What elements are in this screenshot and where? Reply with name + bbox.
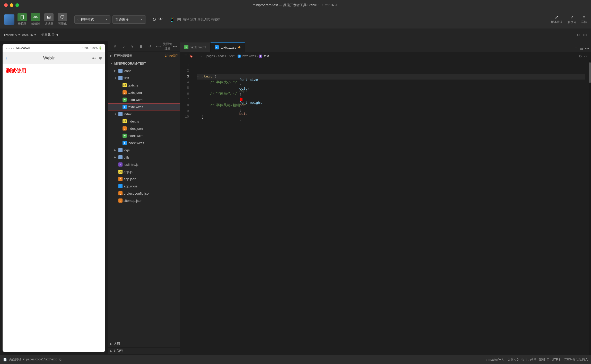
open-editors-header[interactable]: ▶ 打开的编辑器 1个未保存 bbox=[108, 51, 180, 60]
breadcrumb-pages[interactable]: pages bbox=[206, 54, 215, 58]
error-status[interactable]: ⊘ 0 △ 0 bbox=[508, 358, 518, 361]
copy-icon-btn[interactable]: ⎘ bbox=[111, 43, 118, 50]
phone-circle-button[interactable]: ⊕ bbox=[99, 56, 102, 60]
version-mgmt-button[interactable]: ⑇ 版本管理 bbox=[551, 15, 562, 24]
file-index-js[interactable]: ▶ JS index.js bbox=[108, 118, 180, 125]
debugger-button[interactable] bbox=[44, 13, 54, 21]
diff-btn[interactable]: ⟺ bbox=[155, 43, 162, 50]
maximize-button[interactable] bbox=[15, 3, 19, 7]
indent-status[interactable]: 空格: 2 bbox=[539, 357, 549, 362]
git-file-btn[interactable]: ⑂ bbox=[129, 43, 136, 50]
outline-section[interactable]: ▶ 大纲 bbox=[108, 340, 180, 348]
signal-dots: ●●●●● bbox=[6, 47, 14, 49]
file-textc-json[interactable]: ▶ {} textc.json bbox=[108, 89, 180, 96]
breadcrumb-bar: ☰ 🔖 ← → pages › code1 › text › S textc.w… bbox=[180, 52, 591, 60]
search-file-btn[interactable]: ⌕ bbox=[120, 43, 127, 50]
tab-wxss[interactable]: S textc.wxss bbox=[211, 42, 245, 52]
cursor-position[interactable]: 行 3，列 8 bbox=[522, 357, 536, 362]
file-app-wxss[interactable]: ▶ S app.wxss bbox=[108, 183, 180, 190]
folder-iconc[interactable]: ▶ iconc bbox=[108, 67, 180, 74]
phone-more-dots[interactable]: ••• bbox=[91, 56, 96, 60]
encoding-status[interactable]: UTF-8 bbox=[552, 358, 561, 361]
index-wxss-label: index.wxss bbox=[128, 141, 144, 145]
visualize-label: 可视化 bbox=[58, 22, 67, 26]
wxml-icon: W bbox=[123, 98, 127, 102]
compile-mode-dropdown[interactable]: 普通编译 ▼ bbox=[112, 15, 146, 24]
file-textc-wxml[interactable]: ▶ W textc.wxml bbox=[108, 96, 180, 103]
line-num-2: 2 bbox=[180, 68, 193, 74]
sync-btn[interactable]: ⇄ bbox=[146, 43, 153, 50]
file-textc-js[interactable]: ▶ JS textc.js bbox=[108, 82, 180, 89]
code-content[interactable]: ▾ .text { /* 字体大小 */ font-size bbox=[193, 60, 589, 122]
folder-text[interactable]: ▼ text bbox=[108, 74, 180, 82]
tab-wxml[interactable]: W textc.wxml bbox=[180, 42, 211, 52]
text-folder-icon bbox=[118, 76, 123, 80]
code-editor[interactable]: 1 2 3 4 5 6 7 8 9 10 ▾ bbox=[180, 60, 591, 355]
line-num-4: 4 bbox=[180, 80, 193, 85]
sep2: › bbox=[227, 54, 228, 58]
page-path[interactable]: 页面路径 ▼ pages/code1/text/textc bbox=[9, 357, 57, 362]
hot-reload-toggle[interactable]: 热重载 关 ▼ bbox=[41, 33, 59, 37]
file-index-wxml[interactable]: ▶ W index.wxml bbox=[108, 132, 180, 139]
eye-icon: 👁 bbox=[158, 17, 163, 22]
breadcrumb-text[interactable]: text bbox=[229, 54, 234, 58]
index-arrow: ▼ bbox=[114, 113, 117, 115]
mode-dropdown[interactable]: 小程序模式 ▼ bbox=[74, 15, 110, 24]
preview-button[interactable]: 👁 bbox=[158, 17, 163, 22]
collapse-editor-button[interactable]: ▭ bbox=[580, 47, 583, 51]
visualize-button[interactable] bbox=[58, 13, 67, 21]
close-button[interactable] bbox=[4, 3, 8, 7]
git-status[interactable]: ⑂ master*+ ↻ bbox=[486, 358, 505, 361]
phone-back-button[interactable]: ‹ bbox=[6, 55, 7, 61]
breadcrumb-code1[interactable]: code1 bbox=[218, 54, 227, 58]
breadcrumb-back[interactable]: ← bbox=[195, 54, 198, 58]
breadcrumb-filename[interactable]: textc.wxss bbox=[242, 54, 256, 58]
breadcrumb-split-icon[interactable]: ▱ bbox=[584, 54, 587, 58]
file-eslintrc[interactable]: ▶ E .eslintrc.js bbox=[108, 161, 180, 168]
refresh-sec-button[interactable]: ↻ bbox=[577, 33, 580, 37]
real-debug-button[interactable]: 📱 bbox=[169, 17, 175, 22]
open-editors-section: ▶ 打开的编辑器 1个未保存 bbox=[108, 51, 180, 60]
editor-scrollbar[interactable] bbox=[589, 60, 591, 355]
utils-label: utils bbox=[124, 155, 129, 159]
folder-utils[interactable]: ▶ utils bbox=[108, 154, 180, 161]
file-index-json[interactable]: ▶ {} index.json bbox=[108, 125, 180, 132]
page-path-copy[interactable]: ⧉ bbox=[59, 358, 62, 361]
editor-panel: W textc.wxml S textc.wxss ⊟ ▭ ••• ☰ 🔖 ← … bbox=[180, 41, 591, 355]
folder-index[interactable]: ▼ index bbox=[108, 110, 180, 118]
compile-mode-arrow: ▼ bbox=[141, 18, 143, 21]
breadcrumb-forward[interactable]: → bbox=[199, 54, 202, 58]
file-project-config[interactable]: ▶ {} project.config.json bbox=[108, 190, 180, 197]
file-app-js[interactable]: ▶ JS app.js bbox=[108, 168, 180, 175]
clear-cache-button[interactable]: ⊞ bbox=[177, 17, 181, 22]
simulator-button[interactable] bbox=[18, 13, 27, 21]
textc-wxml-label: textc.wxml bbox=[128, 98, 143, 102]
tab-wxml-label: textc.wxml bbox=[190, 45, 206, 49]
folder-logs[interactable]: ▶ logs bbox=[108, 146, 180, 154]
minimize-button[interactable] bbox=[10, 3, 13, 7]
more-sec-button[interactable]: ••• bbox=[583, 33, 587, 37]
file-textc-wxss[interactable]: ▶ S textc.wxss bbox=[108, 103, 180, 110]
breadcrumb-settings-icon[interactable]: ⚙ bbox=[579, 54, 582, 58]
details-button[interactable]: ≡ 详情 bbox=[581, 15, 587, 24]
test-num-button[interactable]: ↗ 测试号 bbox=[568, 15, 576, 24]
bottom-sections: ▶ 大纲 ▶ 时间线 bbox=[108, 340, 180, 355]
project-root[interactable]: ▼ MINIPROGRAM-TEST bbox=[108, 60, 180, 67]
prop-font-weight: font-weight bbox=[239, 101, 262, 105]
phone-page-title: Weixin bbox=[7, 56, 92, 60]
file-panel-menu[interactable]: ••• bbox=[173, 44, 177, 48]
open-editors-badge: 1个未保存 bbox=[165, 54, 178, 58]
tab-wxml-icon: W bbox=[184, 45, 188, 49]
split-view-btn[interactable]: ⊟ bbox=[137, 43, 145, 50]
device-selector[interactable]: iPhone 6/7/8 85% 16 ▼ bbox=[4, 33, 36, 37]
timeline-section[interactable]: ▶ 时间线 bbox=[108, 348, 180, 355]
window-title: miniprogram-test — 微信开发者工具 Stable 1.05.2… bbox=[253, 3, 338, 7]
tab-more-button[interactable]: ••• bbox=[585, 47, 589, 51]
file-sitemap[interactable]: ▶ {} sitemap.json bbox=[108, 197, 180, 204]
editor-button[interactable]: </> bbox=[31, 13, 40, 21]
file-app-json[interactable]: ▶ {} app.json bbox=[108, 175, 180, 183]
refresh-button[interactable]: ↻ bbox=[152, 17, 156, 22]
file-index-wxss[interactable]: ▶ S index.wxss bbox=[108, 139, 180, 146]
split-editor-button[interactable]: ⊟ bbox=[575, 47, 578, 51]
debugger-label: 调试器 bbox=[45, 22, 53, 26]
